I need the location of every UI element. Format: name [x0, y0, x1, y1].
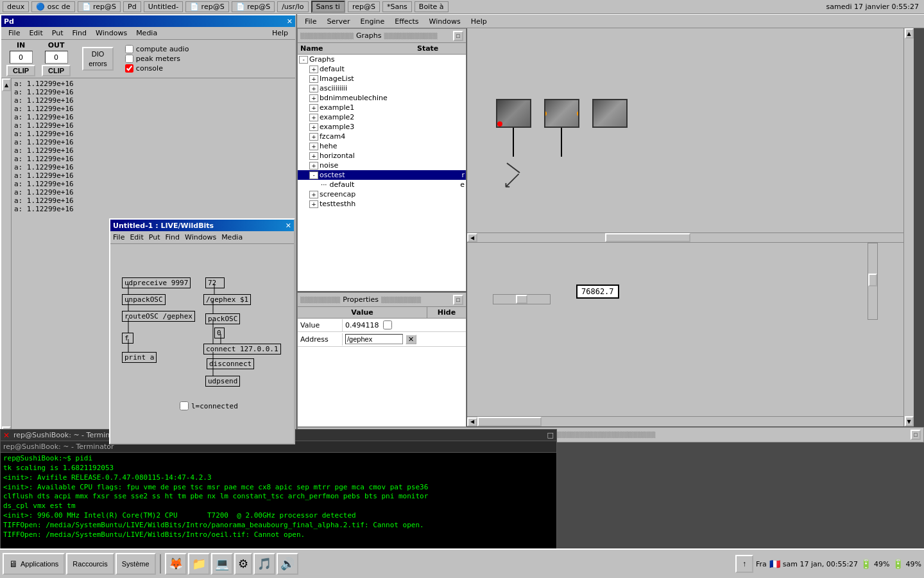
raccourcis-btn[interactable]: Raccourcis: [66, 553, 114, 575]
gephex-menu-engine[interactable]: Engine: [358, 17, 388, 26]
pd-clip-btn2[interactable]: CLIP: [42, 65, 71, 76]
pd2-menu-file[interactable]: File: [113, 233, 124, 241]
pd-node-routeosc[interactable]: routeOSC /gephex: [122, 311, 195, 322]
hehe-expand-icon[interactable]: +: [309, 143, 318, 150]
pd-lconnected-check[interactable]: [180, 401, 189, 410]
canvas-img-node3[interactable]: [592, 99, 628, 128]
pd-menu-media[interactable]: Media: [134, 28, 159, 38]
canvas-vslider[interactable]: [868, 243, 878, 320]
hscroll-track[interactable]: [477, 233, 903, 242]
tb-app-extra3[interactable]: 🔊: [277, 553, 298, 575]
pd-dio-btn[interactable]: DIOerrors: [82, 47, 114, 71]
pd-node-f[interactable]: f: [122, 333, 133, 344]
vscroll-down-btn[interactable]: ▼: [905, 416, 914, 426]
tb-app-extra2[interactable]: 🎵: [253, 553, 275, 575]
tray-extra-icon[interactable]: ↑: [735, 555, 753, 573]
tb-pd[interactable]: Pd: [123, 1, 141, 12]
testtesthh-expand-icon[interactable]: +: [309, 200, 318, 208]
pd-menu-file[interactable]: File: [6, 28, 22, 38]
pd-node-packosc[interactable]: packOSC: [205, 313, 240, 324]
example2-expand-icon[interactable]: +: [309, 114, 318, 121]
tb-app-files[interactable]: 📁: [188, 553, 210, 575]
pd-window2-close[interactable]: ✕: [286, 222, 291, 230]
pd-node-gephex1[interactable]: /gephex $1: [203, 294, 251, 305]
gephex-menu-windows[interactable]: Windows: [427, 17, 463, 26]
pd-check-peak-input[interactable]: [125, 55, 133, 63]
graphs-expand-icon[interactable]: -: [299, 56, 308, 64]
horizontal-expand-icon[interactable]: +: [309, 152, 318, 160]
canvas-vscrollbar[interactable]: ▲ ▼: [903, 28, 914, 426]
canvas-arrow-node[interactable]: ⟶: [500, 168, 526, 194]
pd2-menu-edit[interactable]: Edit: [130, 233, 143, 241]
canvas-img-node2[interactable]: [544, 99, 579, 128]
canvas-vslider-thumb[interactable]: [868, 274, 877, 286]
props-address-clear-icon[interactable]: ✕: [406, 335, 416, 344]
props-address-input[interactable]: [345, 334, 403, 344]
tree-item-example3[interactable]: + example3: [298, 122, 466, 132]
pd-node-udpsend[interactable]: udpsend: [205, 376, 240, 387]
messages-maximize-btn[interactable]: □: [911, 430, 921, 440]
tree-item-bdn[interactable]: + bdnimmeublechine: [298, 93, 466, 103]
gephex-menu-server[interactable]: Server: [324, 17, 352, 26]
tb-sans[interactable]: *Sans: [382, 1, 412, 12]
tb-oscde[interactable]: 🔵 osc de: [31, 1, 74, 12]
tree-item-example1[interactable]: + example1: [298, 103, 466, 112]
hscroll-left-btn[interactable]: ◀: [467, 233, 477, 242]
canvas-hscroll-bottom[interactable]: ◀ ▶: [467, 416, 914, 426]
canvas-hscroll-top[interactable]: ◀ ▶: [467, 232, 914, 243]
graphs-maximize-btn[interactable]: □: [453, 31, 463, 41]
example1-expand-icon[interactable]: +: [309, 104, 318, 112]
canvas-slider[interactable]: [493, 294, 551, 304]
canvas-numbox[interactable]: 76862.7: [576, 285, 619, 299]
pd-close-icon[interactable]: ✕: [287, 17, 293, 26]
applications-btn[interactable]: 🖥 Applications: [3, 553, 65, 575]
pd-node-0[interactable]: 0: [214, 328, 225, 338]
tree-item-screencap[interactable]: + screencap: [298, 189, 466, 199]
pd-node-udpreceive[interactable]: udpreceive 9997: [122, 277, 191, 288]
tb-reps3[interactable]: 📄 rep@S: [232, 1, 275, 12]
tree-item-ascii[interactable]: + asciiiiiiii: [298, 83, 466, 93]
ascii-expand-icon[interactable]: +: [309, 85, 318, 92]
hscroll-bottom-track[interactable]: [477, 417, 903, 426]
noise-expand-icon[interactable]: +: [309, 162, 318, 170]
terminal-close-icon[interactable]: ✕: [3, 431, 10, 440]
pd2-menu-put[interactable]: Put: [149, 233, 160, 241]
pd2-menu-find[interactable]: Find: [165, 233, 180, 241]
pd-check-console[interactable]: console: [125, 64, 189, 73]
pd-check-peak[interactable]: peak meters: [125, 55, 189, 63]
example3-expand-icon[interactable]: +: [309, 123, 318, 131]
pd-node-print[interactable]: print a: [122, 352, 157, 363]
pd-node-unpackosc[interactable]: unpackOSC: [122, 294, 166, 305]
tb-reps1[interactable]: 📄 rep@S: [78, 1, 121, 12]
tree-item-example2[interactable]: + example2: [298, 112, 466, 122]
imagelist-expand-icon[interactable]: +: [309, 75, 318, 83]
vscroll-track[interactable]: [904, 39, 914, 416]
tb-sansti[interactable]: Sans ti: [311, 1, 345, 13]
tb-app-extra1[interactable]: ⚙: [234, 553, 252, 575]
gephex-menu-file[interactable]: File: [302, 17, 319, 26]
pd-node-connect[interactable]: connect 127.0.0.1: [203, 344, 281, 355]
tree-item-default[interactable]: + default: [298, 64, 466, 74]
gephex-menu-effects[interactable]: Effects: [392, 17, 421, 26]
hscroll-thumb[interactable]: [605, 233, 690, 242]
tb-reps2[interactable]: 📄 rep@S: [185, 1, 229, 12]
pd-clip-btn1[interactable]: CLIP: [6, 65, 35, 76]
tb-usr[interactable]: /usr/lo: [277, 1, 308, 12]
bdn-expand-icon[interactable]: +: [309, 94, 318, 102]
tree-item-graphs[interactable]: - Graphs: [298, 55, 466, 64]
pd-node-disconnect[interactable]: disconnect: [207, 358, 254, 369]
pd-menu-find[interactable]: Find: [70, 28, 89, 38]
pd-check-console-input[interactable]: [125, 64, 133, 73]
terminal-maximize-icon[interactable]: □: [547, 431, 554, 439]
pd-console-vscroll[interactable]: ▲ ▼: [1, 78, 12, 439]
tb-reps4[interactable]: rep@S: [348, 1, 380, 12]
systeme-btn[interactable]: Système: [116, 553, 156, 575]
pd-node-72[interactable]: 72: [205, 277, 225, 288]
tree-item-noise[interactable]: + noise: [298, 161, 466, 170]
tb-untitled[interactable]: Untitled-: [144, 1, 183, 12]
hscroll-bottom-left-btn[interactable]: ◀: [467, 417, 477, 426]
fzcam4-expand-icon[interactable]: +: [309, 133, 318, 141]
pd-menu-windows[interactable]: Windows: [94, 28, 129, 38]
props-value-hide-check[interactable]: [383, 320, 392, 329]
pd-menu-edit[interactable]: Edit: [27, 28, 44, 38]
